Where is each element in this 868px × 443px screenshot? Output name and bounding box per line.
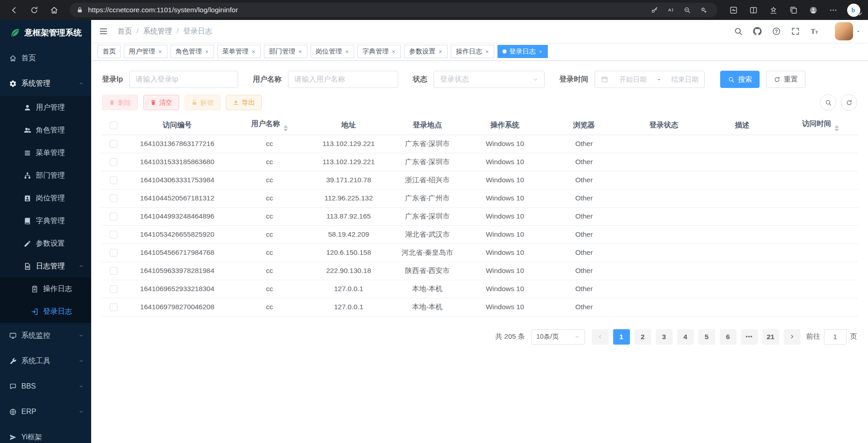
sidebar-item-dept[interactable]: 部门管理: [0, 164, 91, 187]
tab-岗位管理[interactable]: 岗位管理: [311, 45, 354, 58]
close-icon[interactable]: [538, 49, 543, 54]
sidebar-item-post[interactable]: 岗位管理: [0, 187, 91, 209]
close-icon[interactable]: [345, 49, 349, 54]
sidebar-item-config[interactable]: 参数设置: [0, 232, 91, 255]
browser-essentials-button[interactable]: [724, 2, 743, 18]
home-button[interactable]: [44, 2, 63, 18]
sidebar-item-dict[interactable]: 字典管理: [0, 209, 91, 232]
row-checkbox[interactable]: [110, 195, 117, 202]
login-ip-input[interactable]: [136, 75, 232, 83]
sidebar-item-monitor[interactable]: 系统监控: [0, 323, 91, 348]
status-select[interactable]: 登录状态: [434, 71, 545, 88]
close-icon[interactable]: [251, 49, 256, 54]
back-button[interactable]: [5, 2, 24, 18]
search-button[interactable]: 搜索: [720, 71, 760, 88]
row-checkbox[interactable]: [110, 213, 117, 220]
close-icon[interactable]: [438, 49, 443, 54]
sidebar-item-home[interactable]: 首页: [0, 45, 91, 71]
sidebar-toggle-button[interactable]: [91, 20, 116, 43]
bing-copilot-button[interactable]: b: [844, 2, 863, 18]
sidebar-item-role[interactable]: 角色管理: [0, 119, 91, 141]
tab-首页[interactable]: 首页: [98, 45, 121, 58]
fullscreen-button[interactable]: [787, 23, 804, 40]
page-jump-input[interactable]: [824, 329, 847, 345]
row-checkbox[interactable]: [110, 249, 117, 257]
tab-操作日志[interactable]: 操作日志: [451, 45, 494, 58]
close-icon[interactable]: [298, 49, 302, 54]
sort-carets-icon[interactable]: [283, 125, 288, 131]
breadcrumb-item[interactable]: 首页: [117, 27, 132, 36]
prev-page-button[interactable]: [592, 329, 609, 345]
close-icon[interactable]: [205, 49, 209, 54]
more-pages-button[interactable]: •••: [741, 329, 758, 345]
page-button[interactable]: 4: [677, 329, 694, 345]
page-button[interactable]: 3: [656, 329, 673, 345]
sidebar-item-bbs[interactable]: BBS: [0, 374, 91, 399]
sidebar-item-log[interactable]: 日志管理: [0, 255, 91, 277]
page-button[interactable]: 6: [720, 329, 736, 345]
close-icon[interactable]: [485, 49, 489, 54]
refresh-button[interactable]: [24, 2, 44, 18]
user-name-input[interactable]: [294, 75, 392, 83]
close-icon[interactable]: [391, 49, 396, 54]
delete-button[interactable]: 删除: [102, 95, 138, 110]
tab-角色管理[interactable]: 角色管理: [171, 45, 214, 58]
reset-button[interactable]: 重置: [766, 71, 805, 88]
tab-字典管理[interactable]: 字典管理: [357, 45, 401, 58]
profile-button[interactable]: [804, 2, 823, 18]
select-all-checkbox[interactable]: [110, 122, 117, 129]
unlock-button[interactable]: 解锁: [185, 95, 220, 110]
tab-用户管理[interactable]: 用户管理: [124, 45, 167, 58]
row-checkbox[interactable]: [110, 267, 117, 275]
avatar[interactable]: [835, 22, 853, 40]
help-button[interactable]: ?: [768, 23, 785, 40]
tab-登录日志[interactable]: 登录日志: [497, 45, 548, 58]
column-header[interactable]: 访问时间: [783, 116, 858, 135]
row-checkbox[interactable]: [110, 231, 117, 239]
toggle-search-button[interactable]: [820, 94, 836, 111]
add-favorite-button[interactable]: [696, 4, 711, 16]
page-button[interactable]: 1: [613, 329, 630, 345]
row-checkbox[interactable]: [110, 303, 117, 311]
sidebar-item-yi[interactable]: Yi框架: [0, 424, 91, 443]
row-checkbox[interactable]: [110, 285, 117, 293]
next-page-button[interactable]: [784, 329, 800, 345]
breadcrumb-item[interactable]: 系统管理: [143, 27, 172, 36]
browser-more-button[interactable]: [824, 2, 843, 18]
browser-url-bar[interactable]: https://ccnetcore.com:1101/system/log/lo…: [70, 3, 717, 17]
export-button[interactable]: 导出: [226, 95, 262, 110]
password-key-button[interactable]: [647, 4, 662, 16]
tab-部门管理[interactable]: 部门管理: [264, 45, 307, 58]
collections-button[interactable]: [784, 2, 803, 18]
split-screen-button[interactable]: [744, 2, 763, 18]
row-checkbox[interactable]: [110, 176, 117, 184]
sidebar-item-user[interactable]: 用户管理: [0, 96, 91, 119]
zoom-button[interactable]: [679, 4, 695, 16]
sidebar-item-tool[interactable]: 系统工具: [0, 348, 91, 374]
page-button[interactable]: 5: [698, 329, 715, 345]
tab-菜单管理[interactable]: 菜单管理: [217, 45, 261, 58]
sidebar-item-logininfor[interactable]: 登录日志: [0, 300, 91, 323]
row-checkbox[interactable]: [110, 140, 117, 148]
row-checkbox[interactable]: [110, 158, 117, 166]
date-range-picker[interactable]: 开始日期 - 结束日期: [595, 71, 705, 88]
column-header[interactable]: 用户名称: [228, 116, 311, 135]
svg-text:T: T: [811, 28, 815, 35]
page-size-select[interactable]: 10条/页: [532, 329, 585, 345]
refresh-table-button[interactable]: [841, 94, 857, 111]
font-size-button[interactable]: TT: [806, 23, 823, 40]
sidebar-item-erp[interactable]: ERP: [0, 399, 91, 424]
tab-参数设置[interactable]: 参数设置: [404, 45, 448, 58]
sidebar-item-menu[interactable]: 菜单管理: [0, 141, 91, 164]
page-button[interactable]: 21: [762, 329, 779, 345]
header-search-button[interactable]: [730, 23, 747, 40]
favorites-bar-button[interactable]: [764, 2, 783, 18]
clear-button[interactable]: 清空: [143, 95, 179, 110]
page-button[interactable]: 2: [634, 329, 651, 345]
read-aloud-button[interactable]: A: [663, 4, 678, 16]
sort-carets-icon[interactable]: [834, 125, 839, 131]
sidebar-item-system[interactable]: 系统管理: [0, 71, 91, 96]
close-icon[interactable]: [158, 49, 162, 54]
github-button[interactable]: [749, 23, 766, 40]
sidebar-item-operlog[interactable]: 操作日志: [0, 277, 91, 300]
